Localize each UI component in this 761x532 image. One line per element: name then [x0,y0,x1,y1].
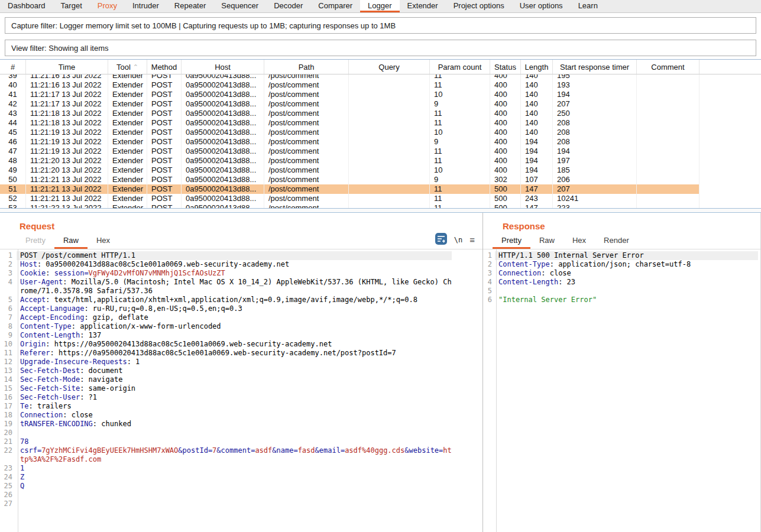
cell-param-count: 11 [430,184,490,194]
table-row-47[interactable]: 4711:21:19 13 Jul 2022ExtenderPOST0a9500… [0,147,700,156]
tab-decoder[interactable]: Decoder [266,0,310,12]
logger-table-body: 3911:21:16 13 Jul 2022ExtenderPOST0a9500… [0,74,761,208]
response-tab-pretty[interactable]: Pretty [493,233,530,249]
editor-line: 19tRANSFER-ENCODING: chunked [0,420,482,429]
line-content: Accept-Language: ru-RU,ru;q=0.8,en-US;q=… [17,304,452,313]
cell-path: /post/comment [264,99,349,109]
column-header-host[interactable]: Host [182,60,264,74]
cell-param-count: 11 [430,194,490,203]
column-header-length[interactable]: Length [521,60,553,74]
column-header-status[interactable]: Status [490,60,521,74]
cell-host: 0a9500020413d88... [182,74,264,80]
cell-start-response-timer: 208 [553,137,637,147]
cell-host: 0a9500020413d88... [182,184,264,194]
table-row-53[interactable]: 5311:21:22 13 Jul 2022ExtenderPOST0a9500… [0,203,700,208]
response-tab-raw[interactable]: Raw [530,233,564,249]
request-tab-pretty[interactable]: Pretty [17,233,54,249]
column-header-start-response-timer[interactable]: Start response timer [553,60,637,74]
column-header-query[interactable]: Query [349,60,430,74]
line-number: 7 [0,313,17,322]
horizontal-splitter[interactable] [0,208,761,213]
table-row-48[interactable]: 4811:21:20 13 Jul 2022ExtenderPOST0a9500… [0,156,700,166]
response-editor[interactable]: 1HTTP/1.1 500 Internal Server Error2Cont… [483,249,760,532]
table-row-40[interactable]: 4011:21:16 13 Jul 2022ExtenderPOST0a9500… [0,80,700,90]
request-tab-bar: PrettyRawHex \n ≡ [0,233,482,249]
capture-filter-bar[interactable]: Capture filter: Logger memory limit set … [5,17,756,34]
column-header-index[interactable]: # [0,60,26,74]
cell-index: 42 [0,99,26,109]
line-number: 1 [483,251,495,260]
request-editor[interactable]: 1POST /post/comment HTTP/1.12Host: 0a950… [0,249,482,532]
line-number: 3 [483,269,495,278]
tab-extender[interactable]: Extender [400,0,446,12]
column-header-method[interactable]: Method [147,60,182,74]
table-row-39[interactable]: 3911:21:16 13 Jul 2022ExtenderPOST0a9500… [0,74,700,80]
column-header-tool[interactable]: Tool⌃ [108,60,147,74]
column-label: Method [151,63,177,72]
column-label: Start response timer [560,63,629,72]
newline-toggle-icon[interactable]: \n [454,236,462,244]
column-label: Query [378,63,399,72]
tab-sequencer[interactable]: Sequencer [213,0,266,12]
editor-line: 12Upgrade-Insecure-Requests: 1 [0,358,482,366]
table-row-46[interactable]: 4611:21:19 13 Jul 2022ExtenderPOST0a9500… [0,137,700,147]
table-row-43[interactable]: 4311:21:18 13 Jul 2022ExtenderPOST0a9500… [0,109,700,118]
cell-path: /post/comment [264,80,349,90]
view-filter-bar[interactable]: View filter: Showing all items [5,40,756,56]
tab-logger[interactable]: Logger [360,0,399,12]
cell-comment [637,128,700,137]
table-row-45[interactable]: 4511:21:19 13 Jul 2022ExtenderPOST0a9500… [0,128,700,137]
line-number: 16 [0,393,17,402]
logger-table: #TimeTool⌃MethodHostPathQueryParam count… [0,59,761,208]
table-row-44[interactable]: 4411:21:18 13 Jul 2022ExtenderPOST0a9500… [0,118,700,128]
column-label: Host [215,63,231,72]
table-row-52[interactable]: 5211:21:21 13 Jul 2022ExtenderPOST0a9500… [0,194,700,203]
cell-path: /post/comment [264,118,349,128]
tab-learn[interactable]: Learn [571,0,605,12]
table-row-50[interactable]: 5011:21:21 13 Jul 2022ExtenderPOST0a9500… [0,175,700,184]
main-tab-bar: DashboardTargetProxyIntruderRepeaterSequ… [0,0,761,13]
line-number: 5 [483,287,495,296]
cell-tool: Extender [108,175,147,184]
column-header-param-count[interactable]: Param count [430,60,490,74]
cell-method: POST [147,175,182,184]
pretty-print-icon[interactable] [435,233,447,247]
tab-target[interactable]: Target [53,0,90,12]
line-content: Origin: https://0a9500020413d88ac08c5c1e… [17,340,452,349]
cell-time: 11:21:19 13 Jul 2022 [26,128,108,137]
column-label: Path [299,63,315,72]
table-row-49[interactable]: 4911:21:20 13 Jul 2022ExtenderPOST0a9500… [0,166,700,175]
cell-query [349,156,430,166]
cell-method: POST [147,147,182,156]
cell-host: 0a9500020413d88... [182,99,264,109]
line-content: 78 [17,437,452,446]
tab-user-options[interactable]: User options [512,0,571,12]
column-header-time[interactable]: Time [26,60,108,74]
editor-menu-icon[interactable]: ≡ [469,235,475,244]
editor-line: 2178 [0,437,482,446]
cell-path: /post/comment [264,166,349,175]
tab-proxy[interactable]: Proxy [90,0,125,12]
column-header-comment[interactable]: Comment [637,60,700,74]
tab-project-options[interactable]: Project options [446,0,512,12]
request-tab-hex[interactable]: Hex [88,233,119,249]
column-header-path[interactable]: Path [264,60,349,74]
cell-param-count: 11 [430,147,490,156]
request-tab-raw[interactable]: Raw [54,233,88,249]
response-tab-render[interactable]: Render [595,233,638,249]
table-row-51[interactable]: 5111:21:21 13 Jul 2022ExtenderPOST0a9500… [0,184,700,194]
response-tab-hex[interactable]: Hex [564,233,595,249]
cell-time: 11:21:21 13 Jul 2022 [26,194,108,203]
line-number: 13 [0,366,17,375]
tab-comparer[interactable]: Comparer [310,0,360,12]
editor-line: 17Te: trailers [0,402,482,411]
table-row-41[interactable]: 4111:21:17 13 Jul 2022ExtenderPOST0a9500… [0,90,700,99]
tab-dashboard[interactable]: Dashboard [0,0,53,12]
tab-intruder[interactable]: Intruder [125,0,167,12]
line-content: Z [17,473,452,482]
column-label: Comment [651,63,684,72]
cell-host: 0a9500020413d88... [182,156,264,166]
tab-repeater[interactable]: Repeater [167,0,213,12]
editor-line: 5Accept: text/html,application/xhtml+xml… [0,296,482,304]
table-row-42[interactable]: 4211:21:17 13 Jul 2022ExtenderPOST0a9500… [0,99,700,109]
